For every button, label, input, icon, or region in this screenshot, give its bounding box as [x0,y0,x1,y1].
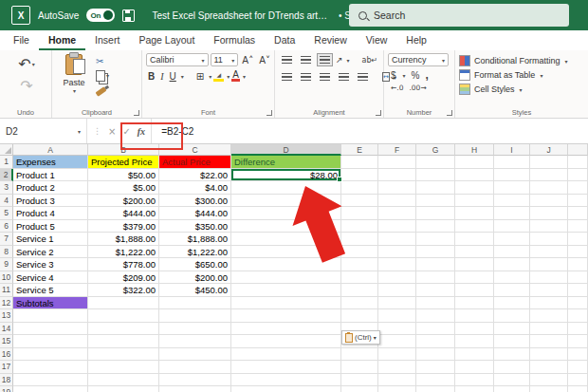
cell-B6[interactable]: $379.00 [88,220,159,233]
cell-F4[interactable] [378,195,416,208]
cell-A3[interactable]: Product 2 [13,181,88,195]
cell-G2[interactable] [416,169,455,182]
cell-E9[interactable] [341,258,378,271]
cell-x19[interactable] [568,386,588,392]
cell-I3[interactable] [494,181,530,195]
cell-B12[interactable] [88,297,159,310]
cut-button[interactable]: ✂ [96,55,109,67]
row-header-10[interactable]: 10 [0,271,13,285]
cell-C13[interactable] [159,309,231,323]
cell-I10[interactable] [494,271,530,285]
cell-A13[interactable] [13,309,88,323]
cell-G4[interactable] [416,195,455,208]
redo-button[interactable]: ↷ [20,77,32,95]
cell-A5[interactable]: Product 4 [13,207,88,220]
cell-I18[interactable] [494,374,530,387]
cell-J5[interactable] [530,207,568,220]
paste-button[interactable]: Paste ▾ [56,53,92,96]
column-header-D[interactable]: D [231,144,341,156]
cell-A6[interactable]: Product 5 [13,220,88,233]
cell-C14[interactable] [159,323,231,336]
cell-C10[interactable]: $200.00 [159,271,231,285]
cell-B9[interactable]: $778.00 [88,258,159,271]
cell-C2[interactable]: $22.00 [159,169,231,182]
cell-F17[interactable] [378,361,416,374]
cell-I9[interactable] [494,258,530,271]
wrap-text-button[interactable]: ab↵ [362,56,378,65]
cell-H15[interactable] [455,335,494,348]
cell-E4[interactable] [341,195,378,208]
cell-H19[interactable] [455,386,494,392]
cell-H16[interactable] [455,348,494,362]
cell-H18[interactable] [455,374,494,387]
cell-A14[interactable] [13,323,88,336]
cell-F16[interactable] [378,348,416,362]
cell-x4[interactable] [568,195,588,208]
cell-F8[interactable] [378,246,416,259]
chevron-down-icon[interactable]: ▾ [243,73,246,80]
cell-C12[interactable] [159,297,231,310]
cell-I11[interactable] [494,284,530,297]
cell-J6[interactable] [530,220,568,233]
document-title[interactable]: Test Excel Spreadsheet for DTrends art… [152,10,327,21]
cell-styles-button[interactable]: Cell Styles ▾ [459,84,586,95]
cell-F10[interactable] [378,271,416,285]
cell-F13[interactable] [378,309,416,323]
clipboard-dialog-launcher-icon[interactable] [134,110,139,116]
cell-D16[interactable] [231,348,341,362]
cell-G13[interactable] [416,309,455,323]
row-header-18[interactable]: 18 [0,374,13,387]
cell-J4[interactable] [530,195,568,208]
cell-x6[interactable] [568,220,588,233]
cell-E19[interactable] [341,386,378,392]
cell-F18[interactable] [378,374,416,387]
cell-I15[interactable] [494,335,530,348]
cell-G10[interactable] [416,271,455,285]
cell-D15[interactable] [231,335,341,348]
cell-x5[interactable] [568,207,588,220]
row-header-3[interactable]: 3 [0,181,13,195]
row-header-6[interactable]: 6 [0,220,13,233]
cell-E17[interactable] [341,361,378,374]
cell-G11[interactable] [416,284,455,297]
cell-A19[interactable] [13,386,88,392]
row-header-5[interactable]: 5 [0,207,13,220]
row-header-16[interactable]: 16 [0,348,13,362]
decrease-indent-button[interactable] [336,70,352,84]
cell-H14[interactable] [455,323,494,336]
chevron-down-icon[interactable]: ▾ [403,72,406,79]
cell-C5[interactable]: $444.00 [159,207,231,220]
cell-G17[interactable] [416,361,455,374]
cell-C16[interactable] [159,348,231,362]
cell-G8[interactable] [416,246,455,259]
cell-D17[interactable] [231,361,341,374]
cell-F6[interactable] [378,220,416,233]
cell-B18[interactable] [88,374,159,387]
cell-C17[interactable] [159,361,231,374]
cell-E1[interactable] [341,156,378,169]
cell-A18[interactable] [13,374,88,387]
cell-F11[interactable] [378,284,416,297]
cell-E3[interactable] [341,181,378,195]
increase-decimal-button[interactable]: ←.0 [391,84,403,92]
row-header-12[interactable]: 12 [0,297,13,310]
cell-G6[interactable] [416,220,455,233]
cell-B8[interactable]: $1,222.00 [88,246,159,259]
cell-A15[interactable] [13,335,88,348]
cell-H2[interactable] [455,169,494,182]
format-painter-button[interactable] [96,84,109,96]
cell-C8[interactable]: $1,222.00 [159,246,231,259]
cell-B15[interactable] [88,335,159,348]
cell-I7[interactable] [494,233,530,246]
cell-E16[interactable] [341,348,378,362]
row-header-13[interactable]: 13 [0,309,13,323]
select-all-corner[interactable] [0,144,13,156]
cell-J10[interactable] [530,271,568,285]
cell-C11[interactable]: $450.00 [159,284,231,297]
cell-E10[interactable] [341,271,378,285]
row-header-7[interactable]: 7 [0,233,13,246]
underline-button[interactable]: U [168,69,178,83]
cell-I12[interactable] [494,297,530,310]
cell-G7[interactable] [416,233,455,246]
cell-E6[interactable] [341,220,378,233]
